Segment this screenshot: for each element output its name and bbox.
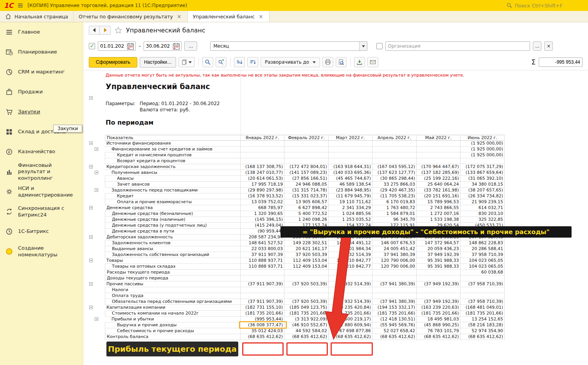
value-cell[interactable]: (145 396,15) xyxy=(241,217,284,223)
tab-1[interactable]: Отчеты по финансовому результату× xyxy=(74,11,188,22)
row-label-cell[interactable]: Финансирование за счет кредитов и займов xyxy=(105,147,241,152)
value-cell[interactable] xyxy=(417,152,460,158)
column-header[interactable]: Январь 2022 г. xyxy=(241,135,284,141)
value-cell[interactable]: (167 043 595,12) xyxy=(372,164,417,170)
value-cell[interactable]: (23 884 948,95) xyxy=(329,188,372,193)
close-icon[interactable]: × xyxy=(176,13,182,20)
value-cell[interactable]: 52 974 354,90 xyxy=(460,328,505,334)
value-cell[interactable] xyxy=(460,276,505,281)
value-cell[interactable]: (182 731 155,10) xyxy=(241,305,284,311)
period-more-button[interactable]: ... xyxy=(184,41,197,51)
value-cell[interactable]: 110 888 937,71 xyxy=(241,264,284,270)
row-label-cell[interactable]: Кредит и начисления процентов xyxy=(105,152,241,158)
value-cell[interactable]: 120 790 006,00 xyxy=(372,264,417,270)
close-icon[interactable]: × xyxy=(258,13,264,20)
value-cell[interactable]: 614 032,71 xyxy=(460,205,505,211)
date-to-input[interactable] xyxy=(144,43,172,49)
value-cell[interactable]: 104 023 065,05 xyxy=(460,258,505,264)
row-label-cell[interactable]: Задолженность клиентов xyxy=(105,240,241,246)
value-cell[interactable]: (27 856 166,51) xyxy=(284,176,329,182)
row-label-cell[interactable]: Доходы текущего периода xyxy=(105,276,241,281)
value-cell[interactable]: (68 635 412,62) xyxy=(372,334,417,340)
value-cell[interactable]: (20 151 691,16) xyxy=(417,193,460,199)
value-cell[interactable]: (68 635 412,62) xyxy=(417,334,460,340)
value-cell[interactable]: (37 941 380,39) xyxy=(372,281,417,287)
collapse-group-button[interactable] xyxy=(89,165,93,168)
value-cell[interactable]: 2 341 334,29 xyxy=(329,205,372,211)
value-cell[interactable] xyxy=(417,287,460,293)
row-label-cell[interactable]: Стоимость компании на начало 2022г xyxy=(105,311,241,317)
row-label-cell[interactable]: Зачет авансов xyxy=(105,182,241,188)
collapse-group-button[interactable] xyxy=(89,206,93,209)
sidebar-item-7[interactable]: Финансовый результат и контроллинг xyxy=(0,162,83,182)
row-label-cell[interactable]: Кредиторская задолженность xyxy=(105,164,241,170)
value-cell[interactable]: (170 964 447,67) xyxy=(417,164,460,170)
sidebar-item-6[interactable]: РКазначейство xyxy=(0,142,83,162)
row-label-cell[interactable]: Обязательства перед собственными организ… xyxy=(105,299,241,305)
value-cell[interactable]: (90 959,44) xyxy=(241,229,284,234)
date-from-input[interactable] xyxy=(98,43,126,49)
row-label-cell[interactable]: Полученные авансы xyxy=(105,170,241,176)
value-cell[interactable]: 37 941 380,39 xyxy=(372,252,417,258)
value-cell[interactable] xyxy=(417,293,460,299)
value-cell[interactable]: 19 110 711,62 xyxy=(329,199,372,205)
value-cell[interactable]: (133 867 659,64) xyxy=(460,170,505,176)
value-cell[interactable] xyxy=(241,276,284,281)
value-cell[interactable]: 5 400 772,52 xyxy=(284,211,329,217)
value-cell[interactable] xyxy=(417,158,460,164)
sidebar-item-10[interactable]: 1С-Битрикс xyxy=(0,222,83,242)
collapse-groups-button[interactable] xyxy=(234,57,245,67)
row-label-cell[interactable]: Прибыли и убытки xyxy=(105,317,241,322)
value-cell[interactable]: (37 941 380,39) xyxy=(372,299,417,305)
value-cell[interactable]: (37 949 192,39) xyxy=(417,281,460,287)
expand-groups-button[interactable] xyxy=(247,57,258,67)
value-cell[interactable]: (1 925 000,00) xyxy=(460,141,505,147)
value-cell[interactable]: 1 240 098,26 xyxy=(284,217,329,223)
row-label-cell[interactable]: Авансы xyxy=(105,176,241,182)
value-cell[interactable]: 76 783 101,79 xyxy=(417,328,460,334)
value-cell[interactable]: (168 481 049,01) xyxy=(460,305,505,311)
value-cell[interactable] xyxy=(284,270,329,276)
sidebar-item-1[interactable]: Планирование xyxy=(0,42,83,62)
value-cell[interactable]: 24 946 088,05 xyxy=(284,182,329,188)
value-cell[interactable] xyxy=(284,276,329,281)
value-cell[interactable]: (26 334 734,82) xyxy=(460,193,505,199)
value-cell[interactable] xyxy=(284,152,329,158)
row-label-cell[interactable]: Денежные средства в пути xyxy=(105,229,241,234)
print-preview-button[interactable] xyxy=(336,57,347,67)
value-cell[interactable] xyxy=(284,293,329,299)
value-cell[interactable]: (163 239 220,63) xyxy=(417,305,460,311)
value-cell[interactable] xyxy=(372,287,417,293)
value-cell[interactable]: (3 313 922,09) xyxy=(284,317,329,322)
period-checkbox[interactable] xyxy=(89,43,95,49)
value-cell[interactable]: 15 789 996,53 xyxy=(417,199,460,205)
back-button[interactable] xyxy=(89,26,100,35)
value-cell[interactable]: 110 888 937,71 xyxy=(241,258,284,264)
print-button[interactable] xyxy=(322,57,333,67)
forward-button[interactable] xyxy=(100,26,111,35)
value-cell[interactable]: (15 331 023,37) xyxy=(284,193,329,199)
row-label-cell[interactable]: Себестоимость и прочие расходы xyxy=(105,328,241,334)
value-cell[interactable]: 37 949 192,39 xyxy=(417,252,460,258)
value-cell[interactable]: (20 614 061,53) xyxy=(241,176,284,182)
value-cell[interactable]: 148 641 527,52 xyxy=(241,240,284,246)
value-cell[interactable] xyxy=(241,147,284,152)
value-cell[interactable]: 95 391 988,33 xyxy=(417,264,460,270)
dropdown-button[interactable] xyxy=(359,42,367,50)
save-button[interactable] xyxy=(354,57,365,67)
row-label-cell[interactable]: Выданные авансы xyxy=(105,246,241,252)
row-label-cell[interactable]: Дебиторская задолженность xyxy=(105,234,241,240)
value-cell[interactable]: 1 024 885,56 xyxy=(329,211,372,217)
value-cell[interactable]: (415 249,04) xyxy=(241,223,284,229)
row-label-cell[interactable]: Оплата труда xyxy=(105,293,241,299)
value-cell[interactable]: 830 203,10 xyxy=(460,211,505,217)
global-search[interactable]: Поиск Ctrl+Shift+F xyxy=(506,2,563,9)
value-cell[interactable]: 20 059 436,23 xyxy=(417,246,460,252)
value-cell[interactable]: 60 038,68 xyxy=(460,270,505,276)
value-cell[interactable]: 120 790 006,00 xyxy=(372,258,417,264)
row-label-cell[interactable]: Возврат кредита и процентов xyxy=(105,158,241,164)
value-cell[interactable] xyxy=(372,158,417,164)
value-cell[interactable]: 18 495 981,03 xyxy=(417,317,460,322)
value-cell[interactable] xyxy=(460,293,505,299)
column-header[interactable]: Февраль 2022 г. xyxy=(284,135,329,141)
